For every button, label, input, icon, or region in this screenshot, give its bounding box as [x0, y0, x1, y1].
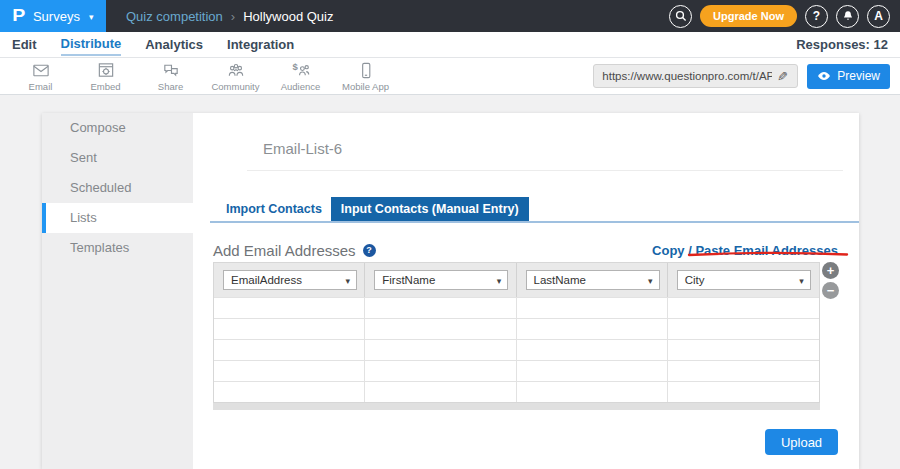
audience-icon: $: [291, 61, 311, 80]
table-cell[interactable]: [517, 319, 668, 339]
add-row-button[interactable]: +: [822, 262, 839, 279]
title-divider: [247, 170, 843, 171]
table-header-cell: FirstName: [365, 263, 516, 297]
table-row: [214, 318, 819, 339]
eye-icon: [817, 71, 831, 81]
contacts-table: EmailAddress FirstName LastName City: [213, 262, 820, 403]
table-cell[interactable]: [668, 340, 819, 360]
table-cell[interactable]: [517, 340, 668, 360]
email-lists-panel: Compose Sent Scheduled Lists Templates E…: [42, 113, 859, 469]
table-header-cell: City: [668, 263, 819, 297]
row-controls: + −: [822, 262, 839, 299]
toolbar-item-email[interactable]: Email: [8, 61, 73, 92]
table-cell[interactable]: [214, 298, 365, 318]
table-cell[interactable]: [517, 361, 668, 381]
avatar[interactable]: A: [867, 5, 890, 28]
horizontal-scrollbar[interactable]: [213, 403, 820, 410]
embed-icon: [96, 61, 116, 80]
column-select-emailaddress[interactable]: EmailAddress: [223, 270, 357, 290]
email-list-title: Email-List-6: [263, 140, 342, 157]
survey-url-input[interactable]: [594, 65, 772, 87]
nav-tab-integration[interactable]: Integration: [227, 34, 294, 55]
responses-count: Responses: 12: [796, 37, 888, 52]
nav-tab-distribute[interactable]: Distribute: [61, 33, 122, 56]
table-header-cell: LastName: [517, 263, 668, 297]
breadcrumb-separator-icon: ›: [231, 9, 235, 24]
toolbar-label: Community: [211, 81, 259, 92]
mobile-app-icon: [356, 61, 376, 80]
chevron-down-icon: ▾: [89, 12, 94, 22]
table-cell[interactable]: [214, 361, 365, 381]
header-actions: Upgrade Now ? A: [669, 5, 900, 28]
table-cell[interactable]: [668, 298, 819, 318]
table-cell[interactable]: [365, 340, 516, 360]
edit-url-pencil-icon[interactable]: [772, 69, 792, 84]
breadcrumb: Quiz competition › Hollywood Quiz: [126, 9, 334, 24]
distribute-toolbar: Email Embed Share Community $ Audience: [0, 58, 900, 95]
table-cell[interactable]: [517, 298, 668, 318]
toolbar-item-mobile-app[interactable]: Mobile App: [333, 61, 398, 92]
table-cell[interactable]: [668, 361, 819, 381]
preview-button[interactable]: Preview: [807, 64, 890, 89]
table-cell[interactable]: [668, 382, 819, 402]
share-icon: [161, 61, 181, 80]
survey-nav: Edit Distribute Analytics Integration Re…: [0, 32, 900, 58]
column-select-lastname[interactable]: LastName: [526, 270, 660, 290]
search-button[interactable]: [669, 5, 692, 28]
surveys-menu[interactable]: P Surveys ▾: [0, 0, 106, 32]
notifications-button[interactable]: [836, 5, 859, 28]
sidebar-item-lists[interactable]: Lists: [42, 203, 193, 233]
upgrade-now-button[interactable]: Upgrade Now: [700, 5, 797, 27]
column-select-firstname[interactable]: FirstName: [374, 270, 508, 290]
remove-row-button[interactable]: −: [822, 282, 839, 299]
tab-input-contacts-manual-entry[interactable]: Input Contacts (Manual Entry): [331, 197, 529, 221]
table-cell[interactable]: [517, 382, 668, 402]
toolbar-item-audience[interactable]: $ Audience: [268, 61, 333, 92]
sidebar-item-templates[interactable]: Templates: [42, 233, 193, 263]
community-icon: [226, 61, 246, 80]
contacts-table-header: EmailAddress FirstName LastName City: [214, 263, 819, 297]
svg-text:$: $: [292, 61, 298, 72]
table-cell[interactable]: [365, 361, 516, 381]
nav-tab-analytics[interactable]: Analytics: [145, 34, 203, 55]
survey-url-field: [593, 64, 798, 88]
sidebar-item-scheduled[interactable]: Scheduled: [42, 173, 193, 203]
table-cell[interactable]: [365, 382, 516, 402]
questionpro-logo-icon: P: [12, 6, 25, 26]
sidebar-item-compose[interactable]: Compose: [42, 113, 193, 143]
question-mark-icon: ?: [813, 9, 820, 23]
toolbar-item-embed[interactable]: Embed: [73, 61, 138, 92]
table-cell[interactable]: [214, 340, 365, 360]
column-select-city[interactable]: City: [677, 270, 811, 290]
email-sidebar: Compose Sent Scheduled Lists Templates: [42, 113, 193, 469]
tabs-underline: [210, 221, 859, 223]
toolbar-label: Share: [158, 81, 183, 92]
email-icon: [31, 61, 51, 80]
table-header-cell: EmailAddress: [214, 263, 365, 297]
table-row: [214, 339, 819, 360]
toolbar-item-community[interactable]: Community: [203, 61, 268, 92]
table-row: [214, 360, 819, 381]
avatar-initial: A: [874, 9, 883, 23]
breadcrumb-parent[interactable]: Quiz competition: [126, 9, 223, 24]
help-tooltip-icon[interactable]: [363, 244, 376, 257]
table-cell[interactable]: [365, 319, 516, 339]
preview-label: Preview: [837, 69, 880, 83]
contacts-tabs: Import Contacts Input Contacts (Manual E…: [217, 197, 529, 221]
table-cell[interactable]: [668, 319, 819, 339]
table-row: [214, 381, 819, 402]
sidebar-item-sent[interactable]: Sent: [42, 143, 193, 173]
help-button[interactable]: ?: [805, 5, 828, 28]
toolbar-label: Mobile App: [342, 81, 389, 92]
contact-table-body: [214, 297, 819, 402]
nav-tab-edit[interactable]: Edit: [12, 34, 37, 55]
red-annotation-underline: [687, 250, 849, 257]
table-cell[interactable]: [214, 319, 365, 339]
tab-import-contacts[interactable]: Import Contacts: [217, 197, 331, 221]
toolbar-item-share[interactable]: Share: [138, 61, 203, 92]
contacts-table-zone: EmailAddress FirstName LastName City: [213, 262, 820, 410]
upload-button[interactable]: Upload: [765, 429, 838, 455]
table-cell[interactable]: [365, 298, 516, 318]
bell-icon: [842, 10, 854, 22]
table-cell[interactable]: [214, 382, 365, 402]
